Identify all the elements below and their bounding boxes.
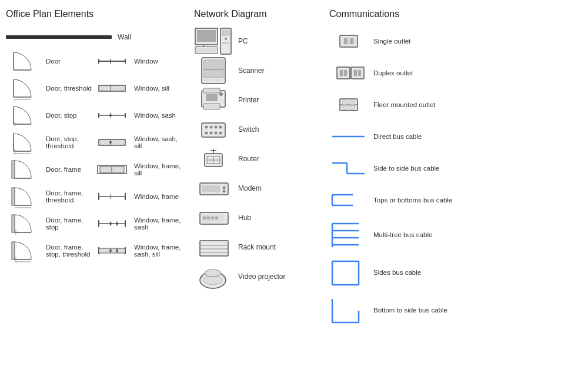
svg-rect-20 [12,242,15,259]
single-outlet-symbol [329,28,368,55]
svg-rect-78 [202,123,225,137]
network-modem-row: Modem [194,174,318,203]
network-videoprojector-row: Video projector [194,262,318,291]
door-frame-stop-row: Door, frame, stop [6,210,94,237]
svg-point-81 [214,126,217,129]
office-section: Office Plan Elements Wall Door [6,9,182,367]
window-frame-sash-row: Window, frame, sash [94,210,182,237]
svg-rect-60 [197,30,216,42]
tops-bottoms-cable-row: Tops or bottoms bus cable [329,185,494,215]
office-title: Office Plan Elements [6,9,182,19]
door-frame-stop-symbol [6,212,41,235]
svg-point-67 [225,38,227,40]
svg-point-58 [116,249,118,252]
window-frame-sill-symbol [94,158,129,181]
svg-rect-104 [211,217,214,219]
window-sash-symbol [94,104,129,127]
bottom-side-cable-label: Bottom to side bus cable [373,307,447,314]
doors-column: Door Door, threshold [6,48,94,264]
window-frame-sash-symbol [94,212,129,235]
single-outlet-label: Single outlet [373,38,410,45]
svg-rect-17 [12,215,15,232]
switch-label: Switch [238,125,259,134]
printer-label: Printer [238,96,259,104]
window-frame-sash-sill-label: Window, frame, sash, sill [134,244,182,258]
window-frame-sill-label: Window, frame, sill [134,162,182,177]
sides-cable-symbol [329,259,368,286]
network-title: Network Diagram [194,9,318,19]
svg-rect-54 [99,248,125,253]
svg-rect-75 [203,104,220,109]
svg-rect-14 [12,188,15,205]
window-sill-symbol [94,76,129,100]
modem-label: Modem [238,184,262,192]
communications-section: Communications Single outlet [318,9,494,367]
sides-cable-label: Sides bus cable [373,269,421,276]
svg-point-85 [214,132,217,135]
svg-point-37 [109,141,112,144]
door-symbol [6,49,41,73]
floor-outlet-symbol [329,92,368,118]
window-label: Window [134,58,158,65]
svg-rect-125 [354,70,357,76]
door-stop-threshold-label: Door, stop, threshold [46,135,94,149]
svg-rect-97 [202,185,220,192]
bottom-side-cable-row: Bottom to side bus cable [329,292,494,328]
svg-rect-130 [350,101,355,105]
door-row: Door [6,48,94,75]
sides-cable-row: Sides bus cable [329,255,494,290]
window-frame-sash-label: Window, frame, sash [134,217,182,231]
window-frame-row: Window, frame [94,183,182,210]
side-to-side-cable-row: Side to side bus cable [329,154,494,183]
svg-point-82 [219,126,222,129]
network-router-row: Router [194,144,318,174]
direct-bus-cable-row: Direct bus cable [329,122,494,151]
windows-column: Window Window, sill [94,48,182,264]
network-scanner-row: Scanner [194,56,318,85]
tops-bottoms-cable-symbol [329,187,368,214]
door-stop-label: Door, stop [46,112,76,119]
svg-point-83 [205,132,208,135]
door-label: Door [46,58,61,65]
router-symbol [194,146,232,172]
scanner-symbol [194,58,232,84]
svg-rect-68 [222,42,229,44]
direct-bus-cable-symbol [329,124,368,150]
svg-point-34 [109,114,112,117]
svg-point-79 [205,126,208,129]
multi-tree-cable-row: Multi-tree bus cable [329,217,494,252]
door-frame-symbol [6,158,41,181]
floor-outlet-label: Floor mounted outlet [373,101,435,108]
door-frame-stop-threshold-label: Door, frame, stop, threshold [46,244,94,258]
svg-point-51 [116,222,118,225]
pc-symbol [194,28,232,55]
door-stop-row: Door, stop [6,102,94,129]
svg-point-84 [209,132,212,135]
door-frame-threshold-row: Door, frame, threshold [6,183,94,210]
scanner-label: Scanner [238,66,265,75]
floor-outlet-row: Floor mounted outlet [329,90,494,119]
pc-label: PC [238,37,248,45]
svg-rect-116 [342,37,356,45]
door-frame-row: Door, frame [6,156,94,183]
window-sash-sill-label: Window, sash, sill [134,135,182,149]
svg-rect-105 [215,217,218,219]
door-frame-threshold-symbol [6,185,41,208]
svg-rect-122 [344,70,347,76]
wall-symbol [6,35,112,39]
bottom-side-cable-symbol [329,297,368,324]
svg-rect-121 [340,70,343,76]
router-label: Router [238,155,259,163]
svg-rect-102 [203,217,206,219]
svg-point-98 [223,187,226,189]
svg-rect-35 [99,139,125,145]
window-sash-label: Window, sash [134,112,176,119]
communications-grid: Single outlet Duplex outle [329,26,494,328]
door-frame-stop-threshold-row: Door, frame, stop, threshold [6,237,94,264]
network-section: Network Diagram [182,9,318,367]
modem-symbol [194,175,232,202]
svg-point-56 [109,249,112,252]
svg-point-112 [205,269,221,277]
svg-rect-103 [207,217,210,219]
svg-rect-131 [343,105,348,109]
